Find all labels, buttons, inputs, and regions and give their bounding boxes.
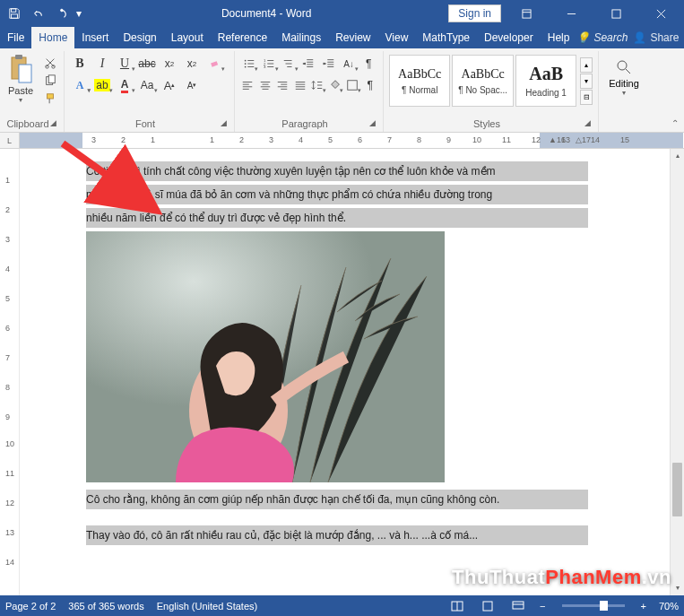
paste-dropdown-icon[interactable]: ▾ bbox=[19, 96, 22, 104]
style-no-spacing[interactable]: AaBbCc¶ No Spac... bbox=[452, 55, 513, 107]
tab-review[interactable]: Review bbox=[328, 27, 377, 48]
zoom-out-icon[interactable]: − bbox=[540, 601, 545, 612]
tab-view[interactable]: View bbox=[378, 27, 416, 48]
grow-font-icon[interactable]: A▴ bbox=[160, 76, 179, 94]
increase-indent-icon[interactable] bbox=[320, 55, 337, 73]
redo-icon[interactable] bbox=[50, 2, 72, 25]
customize-qat-icon[interactable]: ▾ bbox=[74, 2, 84, 25]
tab-design[interactable]: Design bbox=[116, 27, 163, 48]
vertical-scrollbar[interactable]: ▴ ▾ bbox=[670, 149, 684, 595]
align-left-icon[interactable] bbox=[240, 76, 255, 94]
font-color-icon[interactable]: A bbox=[115, 76, 134, 94]
styles-dialog-launcher-icon[interactable]: ◢ bbox=[584, 118, 591, 127]
sort-icon[interactable]: A↓ bbox=[340, 55, 357, 73]
line-spacing-icon[interactable] bbox=[310, 76, 325, 94]
tell-me-search[interactable]: 💡Search bbox=[576, 31, 628, 44]
vertical-ruler[interactable]: 123 456 789 101112 1314 bbox=[0, 149, 20, 595]
scroll-down-icon[interactable]: ▾ bbox=[671, 581, 684, 595]
zoom-slider[interactable] bbox=[562, 604, 625, 607]
text-effects-icon[interactable]: A bbox=[70, 76, 90, 94]
paragraph-2[interactable]: mại. Nữ nghệ sĩ múa đã bỏ ăn cơm và nhữn… bbox=[86, 185, 588, 204]
multilevel-list-icon[interactable] bbox=[281, 55, 298, 73]
paragraph-mark-icon[interactable]: ¶ bbox=[363, 76, 378, 94]
borders-icon[interactable] bbox=[345, 76, 360, 94]
zoom-level[interactable]: 70% bbox=[659, 601, 679, 612]
highlight-icon[interactable]: ab bbox=[92, 76, 112, 94]
tab-mathtype[interactable]: MathType bbox=[415, 27, 477, 48]
shading-icon[interactable] bbox=[328, 76, 343, 94]
editing-button[interactable]: Editing bbox=[609, 78, 639, 89]
tab-developer[interactable]: Developer bbox=[477, 27, 541, 48]
styles-scroll-down-icon[interactable]: ▾ bbox=[580, 74, 593, 89]
svg-rect-13 bbox=[211, 61, 218, 67]
style-heading-1[interactable]: AaBHeading 1 bbox=[515, 55, 576, 107]
clipboard-dialog-launcher-icon[interactable]: ◢ bbox=[50, 118, 56, 127]
numbering-icon[interactable]: 123 bbox=[260, 55, 277, 73]
format-painter-icon[interactable] bbox=[41, 91, 59, 107]
status-page[interactable]: Page 2 of 2 bbox=[5, 601, 56, 612]
underline-button[interactable]: U bbox=[115, 55, 134, 73]
justify-icon[interactable] bbox=[293, 76, 308, 94]
zoom-in-icon[interactable]: + bbox=[641, 601, 646, 612]
tab-home[interactable]: Home bbox=[31, 27, 74, 48]
align-right-icon[interactable] bbox=[275, 76, 290, 94]
styles-scroll-up-icon[interactable]: ▴ bbox=[580, 57, 593, 73]
minimize-icon[interactable] bbox=[551, 0, 591, 27]
group-styles: AaBbCc¶ Normal AaBbCc¶ No Spac... AaBHea… bbox=[384, 51, 599, 132]
sign-in-button[interactable]: Sign in bbox=[448, 4, 501, 22]
ribbon-display-options-icon[interactable] bbox=[507, 0, 546, 27]
page: Cô tiết lộ vì tính chất công việc thường… bbox=[86, 161, 588, 549]
tab-insert[interactable]: Insert bbox=[74, 27, 116, 48]
document-canvas[interactable]: Cô tiết lộ vì tính chất công việc thường… bbox=[20, 149, 684, 595]
scroll-thumb[interactable] bbox=[672, 463, 682, 516]
group-font: B I U abc x2 x2 A ab A Aa A▴ A▾ Font◢ bbox=[65, 51, 235, 132]
close-icon[interactable] bbox=[641, 0, 680, 27]
bullets-icon[interactable] bbox=[240, 55, 257, 73]
paragraph-5[interactable]: Thay vào đó, cô ăn rất nhiều rau củ, đặc… bbox=[86, 525, 588, 545]
decrease-indent-icon[interactable] bbox=[300, 55, 317, 73]
paragraph-1[interactable]: Cô tiết lộ vì tính chất công việc thường… bbox=[86, 161, 588, 181]
horizontal-ruler[interactable]: L 321 123 456 789 101112 131415 ▲16△17 bbox=[0, 133, 684, 149]
tab-reference[interactable]: Reference bbox=[211, 27, 274, 48]
paste-icon[interactable] bbox=[5, 53, 36, 85]
styles-expand-icon[interactable]: ⊟ bbox=[580, 90, 593, 105]
clear-formatting-icon[interactable] bbox=[204, 55, 224, 73]
superscript-button[interactable]: x2 bbox=[182, 55, 202, 73]
undo-icon[interactable] bbox=[27, 2, 48, 25]
style-normal[interactable]: AaBbCc¶ Normal bbox=[389, 55, 450, 107]
copy-icon[interactable] bbox=[41, 73, 59, 89]
bold-button[interactable]: B bbox=[70, 55, 90, 73]
editing-icon[interactable] bbox=[615, 58, 633, 78]
scroll-up-icon[interactable]: ▴ bbox=[671, 149, 684, 163]
print-layout-icon[interactable] bbox=[479, 598, 497, 614]
svg-point-16 bbox=[244, 66, 246, 68]
tab-file[interactable]: File bbox=[0, 27, 31, 48]
status-language[interactable]: English (United States) bbox=[157, 601, 258, 612]
save-icon[interactable] bbox=[4, 2, 25, 25]
read-mode-icon[interactable] bbox=[448, 598, 466, 614]
tab-layout[interactable]: Layout bbox=[164, 27, 211, 48]
document-image[interactable] bbox=[86, 231, 445, 482]
font-dialog-launcher-icon[interactable]: ◢ bbox=[221, 118, 227, 127]
tab-mailings[interactable]: Mailings bbox=[274, 27, 328, 48]
align-center-icon[interactable] bbox=[258, 76, 273, 94]
tab-help[interactable]: Help bbox=[541, 27, 577, 48]
italic-button[interactable]: I bbox=[92, 55, 112, 73]
paragraph-4[interactable]: Cô cho rằng, không ăn cơm giúp nếp nhăn … bbox=[86, 490, 588, 509]
shrink-font-icon[interactable]: A▾ bbox=[182, 76, 202, 94]
status-words[interactable]: 365 of 365 words bbox=[68, 601, 143, 612]
share-button[interactable]: 👤Share bbox=[633, 31, 679, 44]
svg-rect-12 bbox=[48, 94, 54, 99]
paragraph-3[interactable]: nhiều năm liền để có thể duy trì được vẻ… bbox=[86, 208, 588, 228]
show-marks-icon[interactable]: ¶ bbox=[360, 55, 377, 73]
subscript-button[interactable]: x2 bbox=[160, 55, 179, 73]
change-case-button[interactable]: Aa bbox=[137, 76, 157, 94]
web-layout-icon[interactable] bbox=[509, 598, 527, 614]
restore-icon[interactable] bbox=[596, 0, 636, 27]
paragraph-dialog-launcher-icon[interactable]: ◢ bbox=[369, 118, 376, 127]
cut-icon[interactable] bbox=[41, 55, 59, 71]
paste-button[interactable]: Paste bbox=[8, 85, 33, 96]
strikethrough-button[interactable]: abc bbox=[137, 55, 157, 73]
editing-dropdown-icon[interactable]: ▾ bbox=[622, 89, 626, 97]
collapse-ribbon-icon[interactable]: ⌃ bbox=[671, 118, 679, 128]
